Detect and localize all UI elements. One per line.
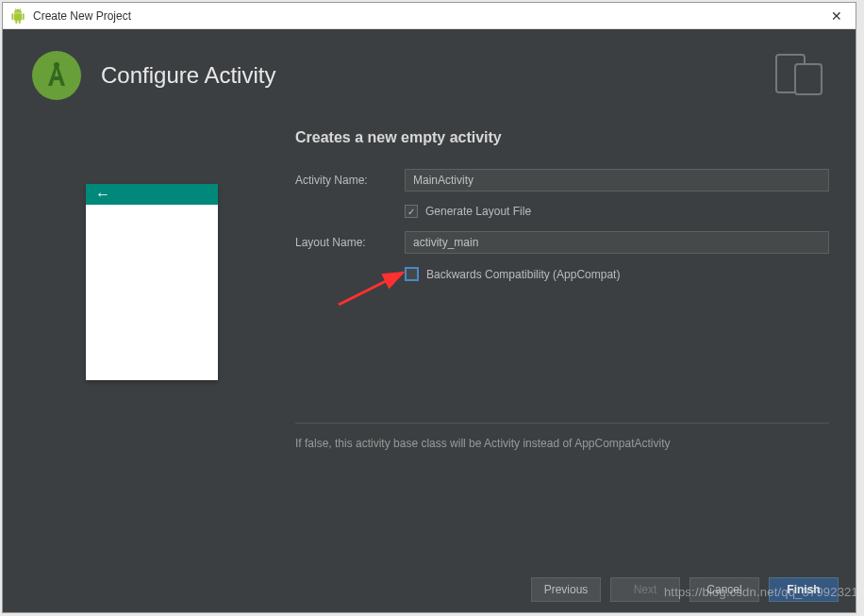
- header: Configure Activity: [3, 29, 856, 125]
- hint-text: If false, this activity base class will …: [295, 437, 829, 450]
- devices-icon: [774, 53, 825, 99]
- activity-name-label: Activity Name:: [295, 174, 405, 187]
- generate-layout-row: Generate Layout File: [295, 205, 829, 218]
- back-arrow-icon: ←: [95, 186, 110, 203]
- form-section-title: Creates a new empty activity: [295, 129, 829, 146]
- svg-rect-3: [795, 64, 822, 94]
- dialog-window: Create New Project ✕ Configure Activity: [2, 2, 856, 613]
- layout-name-row: Layout Name:: [295, 231, 829, 254]
- layout-name-input[interactable]: [405, 231, 829, 254]
- content-area: ← Creates a new empty activity Activity …: [3, 125, 856, 567]
- watermark-text: https://blog.csdn.net/qq_37992321: [664, 585, 858, 599]
- backwards-compat-checkbox[interactable]: [405, 267, 419, 281]
- svg-point-0: [32, 51, 81, 100]
- page-title: Configure Activity: [101, 62, 774, 89]
- activity-name-input[interactable]: [405, 169, 829, 191]
- phone-statusbar: ←: [86, 184, 218, 205]
- svg-point-1: [54, 62, 59, 68]
- layout-name-label: Layout Name:: [295, 236, 405, 249]
- close-icon[interactable]: ✕: [825, 8, 848, 24]
- svg-line-4: [339, 273, 403, 305]
- generate-layout-label: Generate Layout File: [425, 205, 531, 218]
- phone-preview: ←: [86, 184, 218, 380]
- android-icon: [10, 8, 25, 24]
- backwards-compat-label: Backwards Compatibility (AppCompat): [426, 268, 620, 281]
- android-studio-icon: [29, 48, 84, 103]
- previous-button[interactable]: Previous: [531, 577, 601, 602]
- window-title: Create New Project: [33, 9, 825, 23]
- titlebar: Create New Project ✕: [3, 3, 856, 29]
- preview-column: ←: [29, 125, 274, 567]
- dialog-body: Configure Activity ← Creates a new empty…: [3, 29, 856, 612]
- hint-section: If false, this activity base class will …: [295, 423, 829, 450]
- backwards-compat-row: Backwards Compatibility (AppCompat): [295, 267, 829, 281]
- activity-name-row: Activity Name:: [295, 169, 829, 191]
- form-column: Creates a new empty activity Activity Na…: [274, 125, 829, 567]
- generate-layout-checkbox[interactable]: [405, 205, 418, 218]
